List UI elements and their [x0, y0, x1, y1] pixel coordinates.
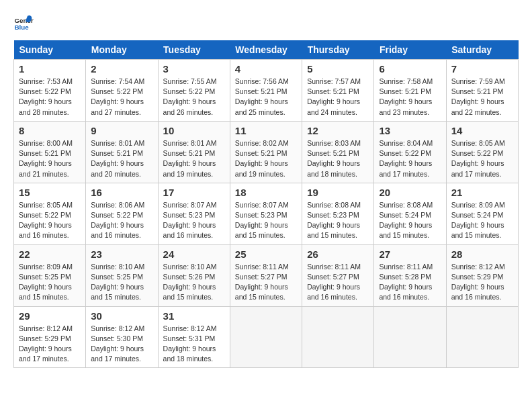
day-info: Sunrise: 8:04 AM Sunset: 5:22 PM Dayligh…: [379, 138, 441, 179]
day-cell: 16 Sunrise: 8:06 AM Sunset: 5:22 PM Dayl…: [86, 183, 158, 244]
day-cell: 8 Sunrise: 8:00 AM Sunset: 5:21 PM Dayli…: [14, 121, 86, 183]
day-number: 10: [163, 125, 225, 136]
day-number: 28: [451, 248, 513, 260]
day-number: 24: [163, 248, 225, 260]
day-number: 3: [163, 63, 225, 75]
day-cell: 25 Sunrise: 8:11 AM Sunset: 5:27 PM Dayl…: [230, 244, 302, 306]
day-number: 2: [91, 63, 152, 75]
day-cell: [446, 306, 518, 368]
day-info: Sunrise: 8:01 AM Sunset: 5:21 PM Dayligh…: [91, 138, 152, 179]
day-cell: 15 Sunrise: 8:05 AM Sunset: 5:22 PM Dayl…: [14, 183, 86, 244]
day-info: Sunrise: 8:12 AM Sunset: 5:29 PM Dayligh…: [451, 262, 513, 303]
day-info: Sunrise: 8:07 AM Sunset: 5:23 PM Dayligh…: [163, 200, 225, 241]
day-info: Sunrise: 7:59 AM Sunset: 5:21 PM Dayligh…: [451, 77, 513, 118]
header-thursday: Thursday: [302, 40, 374, 60]
logo-icon: General Blue: [13, 13, 34, 34]
day-cell: 19 Sunrise: 8:08 AM Sunset: 5:23 PM Dayl…: [302, 183, 374, 244]
day-info: Sunrise: 8:05 AM Sunset: 5:22 PM Dayligh…: [451, 138, 513, 179]
day-number: 27: [379, 248, 441, 260]
day-info: Sunrise: 8:08 AM Sunset: 5:24 PM Dayligh…: [379, 200, 441, 241]
day-info: Sunrise: 8:00 AM Sunset: 5:21 PM Dayligh…: [19, 138, 81, 179]
header-tuesday: Tuesday: [158, 40, 230, 60]
day-info: Sunrise: 7:54 AM Sunset: 5:22 PM Dayligh…: [91, 77, 152, 118]
day-number: 14: [451, 125, 513, 136]
day-cell: 24 Sunrise: 8:10 AM Sunset: 5:26 PM Dayl…: [158, 244, 230, 306]
day-number: 15: [19, 187, 81, 198]
day-number: 20: [379, 187, 441, 198]
day-number: 5: [307, 63, 369, 75]
calendar-table: SundayMondayTuesdayWednesdayThursdayFrid…: [13, 40, 519, 368]
day-cell: 14 Sunrise: 8:05 AM Sunset: 5:22 PM Dayl…: [446, 121, 518, 183]
logo: General Blue: [13, 13, 36, 34]
day-info: Sunrise: 8:12 AM Sunset: 5:29 PM Dayligh…: [19, 324, 81, 365]
day-info: Sunrise: 7:57 AM Sunset: 5:21 PM Dayligh…: [307, 77, 369, 118]
day-cell: 28 Sunrise: 8:12 AM Sunset: 5:29 PM Dayl…: [446, 244, 518, 306]
day-number: 9: [91, 125, 152, 136]
day-number: 7: [451, 63, 513, 75]
week-row-3: 15 Sunrise: 8:05 AM Sunset: 5:22 PM Dayl…: [14, 183, 519, 244]
day-number: 16: [91, 187, 152, 198]
day-number: 21: [451, 187, 513, 198]
day-info: Sunrise: 7:55 AM Sunset: 5:22 PM Dayligh…: [163, 77, 225, 118]
day-number: 22: [19, 248, 81, 260]
header-row: SundayMondayTuesdayWednesdayThursdayFrid…: [14, 40, 519, 60]
day-cell: 4 Sunrise: 7:56 AM Sunset: 5:21 PM Dayli…: [230, 60, 302, 122]
day-cell: 31 Sunrise: 8:12 AM Sunset: 5:31 PM Dayl…: [158, 306, 230, 368]
day-cell: 6 Sunrise: 7:58 AM Sunset: 5:21 PM Dayli…: [374, 60, 446, 122]
day-number: 23: [91, 248, 152, 260]
day-number: 19: [307, 187, 369, 198]
day-cell: 9 Sunrise: 8:01 AM Sunset: 5:21 PM Dayli…: [86, 121, 158, 183]
day-number: 31: [163, 310, 225, 322]
day-info: Sunrise: 8:11 AM Sunset: 5:27 PM Dayligh…: [235, 262, 297, 303]
week-row-5: 29 Sunrise: 8:12 AM Sunset: 5:29 PM Dayl…: [14, 306, 519, 368]
day-cell: 20 Sunrise: 8:08 AM Sunset: 5:24 PM Dayl…: [374, 183, 446, 244]
week-row-1: 1 Sunrise: 7:53 AM Sunset: 5:22 PM Dayli…: [14, 60, 519, 122]
day-info: Sunrise: 8:05 AM Sunset: 5:22 PM Dayligh…: [19, 200, 81, 241]
day-cell: 17 Sunrise: 8:07 AM Sunset: 5:23 PM Dayl…: [158, 183, 230, 244]
day-cell: [302, 306, 374, 368]
day-number: 6: [379, 63, 441, 75]
day-number: 13: [379, 125, 441, 136]
day-info: Sunrise: 8:08 AM Sunset: 5:23 PM Dayligh…: [307, 200, 369, 241]
day-cell: 2 Sunrise: 7:54 AM Sunset: 5:22 PM Dayli…: [86, 60, 158, 122]
day-info: Sunrise: 8:12 AM Sunset: 5:31 PM Dayligh…: [163, 324, 225, 365]
day-info: Sunrise: 8:07 AM Sunset: 5:23 PM Dayligh…: [235, 200, 297, 241]
day-info: Sunrise: 8:11 AM Sunset: 5:28 PM Dayligh…: [379, 262, 441, 303]
day-number: 1: [19, 63, 81, 75]
day-cell: [374, 306, 446, 368]
day-info: Sunrise: 8:10 AM Sunset: 5:25 PM Dayligh…: [91, 262, 152, 303]
day-info: Sunrise: 7:58 AM Sunset: 5:21 PM Dayligh…: [379, 77, 441, 118]
day-number: 26: [307, 248, 369, 260]
day-cell: 12 Sunrise: 8:03 AM Sunset: 5:21 PM Dayl…: [302, 121, 374, 183]
day-info: Sunrise: 7:53 AM Sunset: 5:22 PM Dayligh…: [19, 77, 81, 118]
day-cell: 5 Sunrise: 7:57 AM Sunset: 5:21 PM Dayli…: [302, 60, 374, 122]
day-info: Sunrise: 8:11 AM Sunset: 5:27 PM Dayligh…: [307, 262, 369, 303]
header-monday: Monday: [86, 40, 158, 60]
day-cell: 22 Sunrise: 8:09 AM Sunset: 5:25 PM Dayl…: [14, 244, 86, 306]
day-info: Sunrise: 8:09 AM Sunset: 5:25 PM Dayligh…: [19, 262, 81, 303]
day-info: Sunrise: 7:56 AM Sunset: 5:21 PM Dayligh…: [235, 77, 297, 118]
day-cell: 27 Sunrise: 8:11 AM Sunset: 5:28 PM Dayl…: [374, 244, 446, 306]
day-number: 30: [91, 310, 152, 322]
day-number: 29: [19, 310, 81, 322]
day-cell: 29 Sunrise: 8:12 AM Sunset: 5:29 PM Dayl…: [14, 306, 86, 368]
week-row-4: 22 Sunrise: 8:09 AM Sunset: 5:25 PM Dayl…: [14, 244, 519, 306]
day-cell: 11 Sunrise: 8:02 AM Sunset: 5:21 PM Dayl…: [230, 121, 302, 183]
day-number: 12: [307, 125, 369, 136]
day-cell: 26 Sunrise: 8:11 AM Sunset: 5:27 PM Dayl…: [302, 244, 374, 306]
day-cell: 3 Sunrise: 7:55 AM Sunset: 5:22 PM Dayli…: [158, 60, 230, 122]
day-number: 18: [235, 187, 297, 198]
page-header: General Blue: [13, 13, 519, 34]
day-cell: 10 Sunrise: 8:01 AM Sunset: 5:21 PM Dayl…: [158, 121, 230, 183]
header-wednesday: Wednesday: [230, 40, 302, 60]
day-number: 17: [163, 187, 225, 198]
day-cell: 21 Sunrise: 8:09 AM Sunset: 5:24 PM Dayl…: [446, 183, 518, 244]
day-cell: 7 Sunrise: 7:59 AM Sunset: 5:21 PM Dayli…: [446, 60, 518, 122]
svg-text:Blue: Blue: [15, 24, 30, 31]
day-info: Sunrise: 8:06 AM Sunset: 5:22 PM Dayligh…: [91, 200, 152, 241]
day-info: Sunrise: 8:12 AM Sunset: 5:30 PM Dayligh…: [91, 324, 152, 365]
day-cell: 18 Sunrise: 8:07 AM Sunset: 5:23 PM Dayl…: [230, 183, 302, 244]
day-info: Sunrise: 8:09 AM Sunset: 5:24 PM Dayligh…: [451, 200, 513, 241]
day-cell: 1 Sunrise: 7:53 AM Sunset: 5:22 PM Dayli…: [14, 60, 86, 122]
day-number: 4: [235, 63, 297, 75]
